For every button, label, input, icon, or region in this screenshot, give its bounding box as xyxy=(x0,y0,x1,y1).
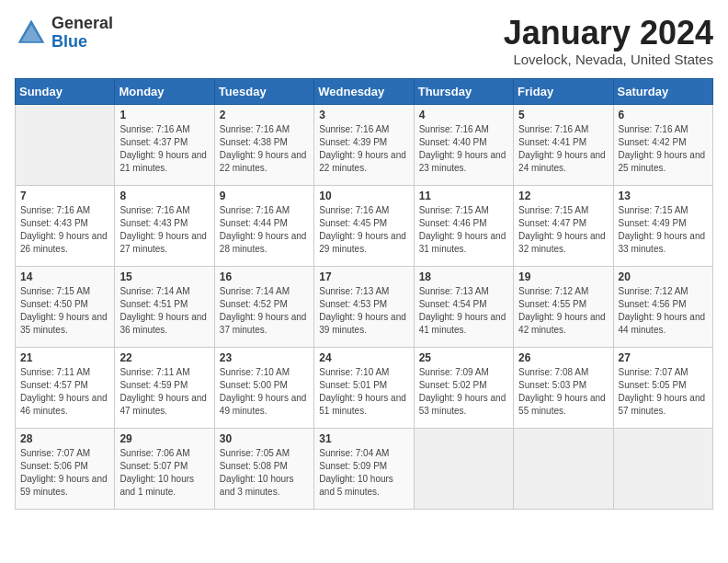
day-info: Sunrise: 7:16 AM Sunset: 4:41 PM Dayligh… xyxy=(518,123,608,175)
day-number: 21 xyxy=(20,351,109,364)
day-info: Sunrise: 7:05 AM Sunset: 5:08 PM Dayligh… xyxy=(220,447,309,499)
sunset-text: Sunset: 4:49 PM xyxy=(619,217,708,230)
logo-icon xyxy=(15,17,48,50)
sunrise-text: Sunrise: 7:12 AM xyxy=(518,285,608,298)
day-number: 15 xyxy=(119,270,209,283)
sunrise-text: Sunrise: 7:07 AM xyxy=(20,447,109,460)
sunset-text: Sunset: 4:57 PM xyxy=(20,379,109,392)
calendar-cell: 10 Sunrise: 7:16 AM Sunset: 4:45 PM Dayl… xyxy=(314,185,414,266)
sunrise-text: Sunrise: 7:10 AM xyxy=(220,366,309,379)
sunrise-text: Sunrise: 7:13 AM xyxy=(419,285,508,298)
daylight-text: Daylight: 9 hours and 28 minutes. xyxy=(220,230,309,256)
day-info: Sunrise: 7:06 AM Sunset: 5:07 PM Dayligh… xyxy=(119,447,209,499)
day-info: Sunrise: 7:13 AM Sunset: 4:54 PM Dayligh… xyxy=(419,285,508,337)
day-info: Sunrise: 7:10 AM Sunset: 5:00 PM Dayligh… xyxy=(220,366,309,418)
day-info: Sunrise: 7:16 AM Sunset: 4:42 PM Dayligh… xyxy=(619,123,708,175)
calendar-cell: 25 Sunrise: 7:09 AM Sunset: 5:02 PM Dayl… xyxy=(414,347,513,428)
sunrise-text: Sunrise: 7:16 AM xyxy=(319,204,408,217)
day-info: Sunrise: 7:15 AM Sunset: 4:50 PM Dayligh… xyxy=(20,285,109,337)
calendar-week-row: 28 Sunrise: 7:07 AM Sunset: 5:06 PM Dayl… xyxy=(16,428,713,509)
calendar-cell: 7 Sunrise: 7:16 AM Sunset: 4:43 PM Dayli… xyxy=(16,185,115,266)
calendar-table: SundayMondayTuesdayWednesdayThursdayFrid… xyxy=(15,78,713,510)
calendar-cell xyxy=(613,428,712,509)
daylight-text: Daylight: 9 hours and 41 minutes. xyxy=(419,311,508,337)
sunrise-text: Sunrise: 7:12 AM xyxy=(619,285,708,298)
daylight-text: Daylight: 9 hours and 51 minutes. xyxy=(319,392,408,418)
calendar-cell: 17 Sunrise: 7:13 AM Sunset: 4:53 PM Dayl… xyxy=(314,266,414,347)
day-number: 4 xyxy=(419,109,508,121)
column-header-sunday: Sunday xyxy=(16,78,115,104)
daylight-text: Daylight: 9 hours and 44 minutes. xyxy=(619,311,708,337)
logo-text: General Blue xyxy=(51,15,113,52)
calendar-cell: 6 Sunrise: 7:16 AM Sunset: 4:42 PM Dayli… xyxy=(613,104,712,185)
daylight-text: Daylight: 9 hours and 55 minutes. xyxy=(518,392,608,418)
sunrise-text: Sunrise: 7:09 AM xyxy=(419,366,508,379)
sunrise-text: Sunrise: 7:16 AM xyxy=(220,123,309,136)
day-number: 10 xyxy=(319,190,408,202)
sunrise-text: Sunrise: 7:05 AM xyxy=(220,447,309,460)
calendar-week-row: 14 Sunrise: 7:15 AM Sunset: 4:50 PM Dayl… xyxy=(16,266,713,347)
sunrise-text: Sunrise: 7:16 AM xyxy=(619,123,708,136)
sunrise-text: Sunrise: 7:07 AM xyxy=(619,366,708,379)
calendar-cell: 5 Sunrise: 7:16 AM Sunset: 4:41 PM Dayli… xyxy=(514,104,613,185)
day-info: Sunrise: 7:08 AM Sunset: 5:03 PM Dayligh… xyxy=(518,366,608,418)
day-number: 8 xyxy=(119,190,209,202)
sunrise-text: Sunrise: 7:16 AM xyxy=(419,123,508,136)
day-info: Sunrise: 7:09 AM Sunset: 5:02 PM Dayligh… xyxy=(419,366,508,418)
calendar-cell: 12 Sunrise: 7:15 AM Sunset: 4:47 PM Dayl… xyxy=(514,185,613,266)
day-info: Sunrise: 7:15 AM Sunset: 4:46 PM Dayligh… xyxy=(419,204,508,256)
header: General Blue January 2024 Lovelock, Neva… xyxy=(15,15,713,67)
sunset-text: Sunset: 4:40 PM xyxy=(419,136,508,149)
sunrise-text: Sunrise: 7:16 AM xyxy=(20,204,109,217)
calendar-cell: 18 Sunrise: 7:13 AM Sunset: 4:54 PM Dayl… xyxy=(414,266,513,347)
day-info: Sunrise: 7:16 AM Sunset: 4:39 PM Dayligh… xyxy=(319,123,408,175)
daylight-text: Daylight: 10 hours and 3 minutes. xyxy=(220,473,309,499)
daylight-text: Daylight: 9 hours and 25 minutes. xyxy=(619,149,708,175)
sunset-text: Sunset: 5:05 PM xyxy=(619,379,708,392)
day-info: Sunrise: 7:16 AM Sunset: 4:40 PM Dayligh… xyxy=(419,123,508,175)
day-info: Sunrise: 7:16 AM Sunset: 4:44 PM Dayligh… xyxy=(220,204,309,256)
sunrise-text: Sunrise: 7:16 AM xyxy=(319,123,408,136)
column-header-monday: Monday xyxy=(115,78,214,104)
day-number: 22 xyxy=(119,351,209,364)
logo: General Blue xyxy=(15,15,113,52)
day-info: Sunrise: 7:07 AM Sunset: 5:06 PM Dayligh… xyxy=(20,447,109,499)
day-number: 23 xyxy=(220,351,309,364)
sunset-text: Sunset: 5:02 PM xyxy=(419,379,508,392)
column-header-wednesday: Wednesday xyxy=(314,78,414,104)
daylight-text: Daylight: 9 hours and 35 minutes. xyxy=(20,311,109,337)
sunrise-text: Sunrise: 7:15 AM xyxy=(419,204,508,217)
sunset-text: Sunset: 4:45 PM xyxy=(319,217,408,230)
day-number: 6 xyxy=(619,109,708,121)
day-info: Sunrise: 7:11 AM Sunset: 4:57 PM Dayligh… xyxy=(20,366,109,418)
sunrise-text: Sunrise: 7:13 AM xyxy=(319,285,408,298)
day-number: 31 xyxy=(319,432,408,445)
month-title: January 2024 xyxy=(504,15,713,52)
calendar-cell: 29 Sunrise: 7:06 AM Sunset: 5:07 PM Dayl… xyxy=(115,428,214,509)
sunset-text: Sunset: 5:06 PM xyxy=(20,460,109,473)
sunrise-text: Sunrise: 7:16 AM xyxy=(119,204,209,217)
daylight-text: Daylight: 10 hours and 5 minutes. xyxy=(319,473,408,499)
calendar-cell: 24 Sunrise: 7:10 AM Sunset: 5:01 PM Dayl… xyxy=(314,347,414,428)
sunset-text: Sunset: 5:07 PM xyxy=(119,460,209,473)
day-number: 29 xyxy=(119,432,209,445)
column-header-saturday: Saturday xyxy=(613,78,712,104)
calendar-cell: 16 Sunrise: 7:14 AM Sunset: 4:52 PM Dayl… xyxy=(214,266,313,347)
sunset-text: Sunset: 4:37 PM xyxy=(119,136,209,149)
column-header-tuesday: Tuesday xyxy=(214,78,313,104)
sunrise-text: Sunrise: 7:15 AM xyxy=(518,204,608,217)
daylight-text: Daylight: 9 hours and 42 minutes. xyxy=(518,311,608,337)
sunset-text: Sunset: 5:03 PM xyxy=(518,379,608,392)
day-number: 14 xyxy=(20,270,109,283)
sunrise-text: Sunrise: 7:14 AM xyxy=(220,285,309,298)
sunset-text: Sunset: 4:39 PM xyxy=(319,136,408,149)
day-number: 17 xyxy=(319,270,408,283)
calendar-cell: 22 Sunrise: 7:11 AM Sunset: 4:59 PM Dayl… xyxy=(115,347,214,428)
day-number: 7 xyxy=(20,190,109,202)
calendar-cell: 28 Sunrise: 7:07 AM Sunset: 5:06 PM Dayl… xyxy=(16,428,115,509)
sunset-text: Sunset: 5:01 PM xyxy=(319,379,408,392)
daylight-text: Daylight: 9 hours and 37 minutes. xyxy=(220,311,309,337)
calendar-week-row: 1 Sunrise: 7:16 AM Sunset: 4:37 PM Dayli… xyxy=(16,104,713,185)
calendar-cell: 1 Sunrise: 7:16 AM Sunset: 4:37 PM Dayli… xyxy=(115,104,214,185)
title-area: January 2024 Lovelock, Nevada, United St… xyxy=(504,15,713,67)
